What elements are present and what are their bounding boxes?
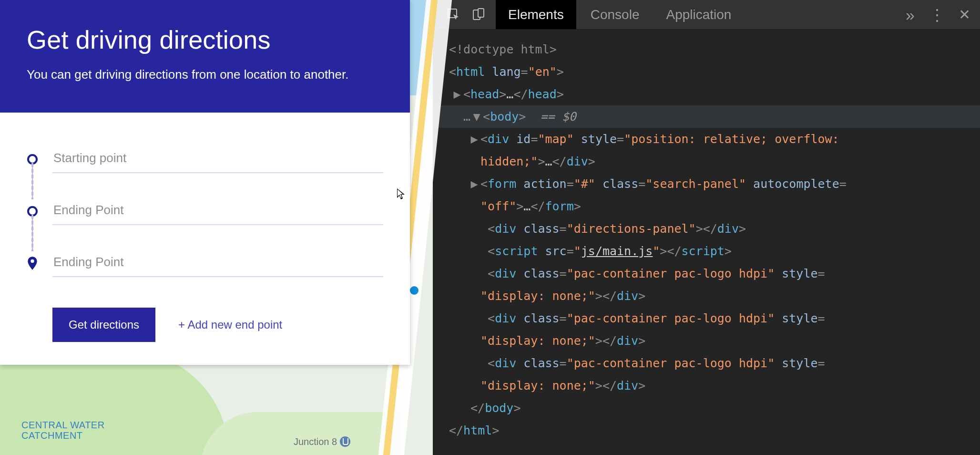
dom-node-pac-1[interactable]: <div class="pac-container pac-logo hdpi"… (433, 262, 980, 285)
devtools-toolbar: Elements Console Application » ⋮ ✕ (433, 0, 980, 30)
dom-node-pac-2[interactable]: <div class="pac-container pac-logo hdpi"… (433, 307, 980, 330)
directions-panel: Get driving directions You can get drivi… (0, 0, 410, 365)
waypoint-connector-icon (31, 214, 33, 251)
ending-point-input-2[interactable] (52, 250, 383, 277)
ending-point-input-1[interactable] (52, 198, 383, 225)
tab-console[interactable]: Console (578, 0, 652, 29)
dom-node-form[interactable]: ▶<form action="#" class="search-panel" a… (433, 173, 980, 195)
tabs-overflow-icon[interactable]: » (906, 7, 915, 23)
waypoint-pin-icon (27, 257, 38, 270)
device-toolbar-icon[interactable] (466, 0, 491, 29)
waypoint-row-end-1 (27, 198, 383, 225)
dom-node-body-close[interactable]: </body> (433, 397, 980, 419)
devtools-close-icon[interactable]: ✕ (959, 8, 970, 22)
add-end-point-link[interactable]: + Add new end point (178, 318, 282, 331)
dom-node-map-div[interactable]: ▶<div id="map" style="position: relative… (433, 128, 980, 150)
map-label-junction-8: Junction 8 (294, 436, 350, 447)
expand-caret-icon[interactable]: ▶ (468, 173, 480, 195)
tab-application[interactable]: Application (653, 0, 744, 29)
devtools-toolbar-right: » ⋮ ✕ (906, 0, 974, 29)
panel-actions: Get directions + Add new end point (27, 308, 383, 342)
panel-body: Get directions + Add new end point (0, 113, 410, 365)
dom-tree[interactable]: <!doctype html> <html lang="en"> ▶<head>… (433, 30, 980, 455)
devtools-menu-icon[interactable]: ⋮ (929, 7, 944, 23)
waypoint-row-start (27, 146, 383, 173)
panel-subtitle: You can get driving directions from one … (27, 66, 370, 84)
map-poi-pin-icon (410, 286, 419, 295)
expand-caret-icon[interactable]: ▶ (451, 83, 463, 105)
dom-node-script[interactable]: <script src="js/main.js"></script> (433, 240, 980, 262)
dom-node-directions-div[interactable]: <div class="directions-panel"></div> (433, 217, 980, 240)
dom-node-form-wrap[interactable]: "off">…</form> (433, 195, 980, 217)
dom-node-head[interactable]: ▶<head>…</head> (433, 83, 980, 105)
tab-elements[interactable]: Elements (496, 0, 576, 29)
dom-node-pac-3-wrap[interactable]: "display: none;"></div> (433, 374, 980, 397)
devtools-pane: Elements Console Application » ⋮ ✕ <!doc… (433, 0, 980, 455)
panel-header: Get driving directions You can get drivi… (0, 0, 410, 113)
map-label-central-water-catchment: CENTRAL WATER CATCHMENT (21, 420, 105, 441)
dom-node-pac-1-wrap[interactable]: "display: none;"></div> (433, 285, 980, 307)
get-directions-button[interactable]: Get directions (52, 308, 155, 342)
app-pane: CENTRAL WATER CATCHMENT Junction 8 Get d… (0, 0, 433, 455)
mouse-cursor-icon (397, 188, 405, 200)
map-poi-shopping-icon (340, 436, 350, 447)
dom-node-doctype[interactable]: <!doctype html> (433, 38, 980, 61)
waypoint-connector-icon (31, 162, 33, 199)
dom-node-body-selected[interactable]: …▼<body> == $0 (433, 105, 980, 128)
waypoint-row-end-2 (27, 250, 383, 277)
svg-rect-2 (478, 9, 484, 17)
panel-title: Get driving directions (27, 25, 383, 54)
expand-caret-icon[interactable]: ▶ (468, 128, 480, 150)
dom-node-map-div-wrap[interactable]: hidden;">…</div> (433, 150, 980, 173)
dom-node-pac-2-wrap[interactable]: "display: none;"></div> (433, 330, 980, 352)
dom-node-html-open[interactable]: <html lang="en"> (433, 61, 980, 83)
dom-node-pac-3[interactable]: <div class="pac-container pac-logo hdpi"… (433, 352, 980, 374)
collapse-caret-icon[interactable]: ▼ (470, 105, 483, 128)
starting-point-input[interactable] (52, 146, 383, 173)
dom-node-html-close[interactable]: </html> (433, 419, 980, 442)
devtools-tabs: Elements Console Application (496, 0, 744, 29)
